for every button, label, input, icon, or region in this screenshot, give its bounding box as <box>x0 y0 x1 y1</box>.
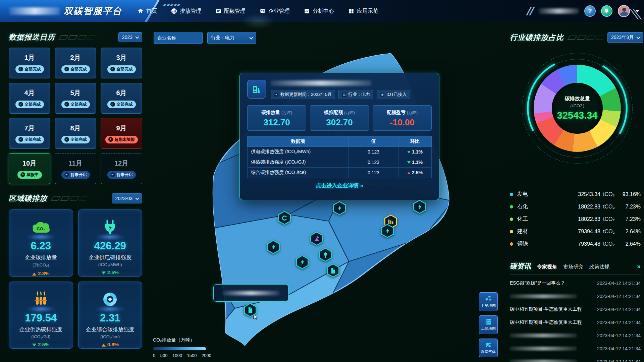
satellite-map-button[interactable]: 卫星地图 <box>479 292 498 311</box>
legend-row[interactable]: 建材 79394.48 tCO₂ 2.64% <box>510 225 641 238</box>
news-list: ESG跟“双碳”是一回事么？2023-04-12 14:21:34 2023-0… <box>510 277 641 362</box>
legend-row[interactable]: 石化 18022.83 tCO₂ 7.23% <box>510 200 641 213</box>
triangle-down-icon <box>102 272 106 275</box>
month-cell-aug[interactable]: 8月✓全部完成 <box>55 118 96 149</box>
map-marker-radiation[interactable] <box>310 232 323 246</box>
month-cell-may[interactable]: 5月✓全部完成 <box>55 83 96 114</box>
corner-slash-decoration <box>634 9 638 19</box>
legend-gradient-bar <box>153 347 206 350</box>
server-rack-icon <box>485 318 492 325</box>
map-marker-doc[interactable] <box>244 303 257 317</box>
donut-center: 碳排放总量 （tCO2） 32543.34 <box>552 83 603 134</box>
month-cell-sep[interactable]: 9月✗超期未填报 <box>101 118 142 149</box>
map-marker-lightning[interactable] <box>267 240 280 254</box>
news-item[interactable]: 碳中和五期项目-生态修复重大工程...2023-04-12 14:21:34 <box>510 303 641 316</box>
news-item-redacted[interactable]: 2023-04-12 14:21:34 <box>510 355 641 362</box>
delta-down: 2.5% <box>9 342 73 347</box>
map-layer-buttons: 卫星地图 工况地图 温室气体 <box>479 292 498 357</box>
news-item[interactable]: ESG跟“双碳”是一回事么？2023-04-12 14:21:34 <box>510 277 641 290</box>
greenhouse-gas-button[interactable]: 温室气体 <box>479 339 498 357</box>
chevron-down-icon <box>135 35 139 39</box>
notifications-button[interactable] <box>601 5 612 17</box>
nav-item-enterprise[interactable]: 企业管理 <box>260 8 290 15</box>
donut-ring[interactable]: 碳排放总量 （tCO2） 32543.34 <box>534 65 621 152</box>
month-cell-oct[interactable]: 10月✎填报中 <box>9 153 50 184</box>
nav-item-quota[interactable]: 配额管理 <box>215 8 246 15</box>
iot-icon: ◉ <box>380 93 384 97</box>
month-cell-feb[interactable]: 2月✓全部完成 <box>55 48 96 78</box>
nav-item-analysis[interactable]: 分析中心 <box>304 8 334 15</box>
status-map-button[interactable]: 工况地图 <box>479 315 498 334</box>
title-slash-decoration <box>60 35 95 40</box>
map-marker-lightning[interactable] <box>381 224 394 238</box>
industry-panel-title: 行业碳排放占比 <box>510 33 564 43</box>
legend-dot <box>510 230 513 233</box>
news-item[interactable]: 碳中和五期项目-生态修复重大工程2023-04-12 14:21:34 <box>510 316 641 329</box>
news-tab-market[interactable]: 市场研究 <box>563 264 583 270</box>
clock-icon: ● <box>274 93 278 97</box>
month-cell-mar[interactable]: 3月✓全部完成 <box>101 48 142 78</box>
news-item-redacted[interactable]: 2023-04-12 14:21:34 <box>510 290 641 303</box>
emission-chart-icon <box>171 8 177 14</box>
title-slash-decoration <box>569 36 604 40</box>
logo-block: 双碳智服平台 <box>0 0 158 22</box>
title-slash-decoration <box>52 196 88 201</box>
industry-legend: 发电 32543.34 tCO₂ 93.16% 石化 18022.83 tCO₂… <box>510 188 641 250</box>
legend-ticks: 0500100015002000 <box>153 353 211 358</box>
news-more-link[interactable]: » <box>637 262 641 270</box>
carbon-news-panel: 碳资讯 专家视角 市场研究 政策法规 » ESG跟“双碳”是一回事么？2023-… <box>510 261 641 362</box>
update-time-badge: ●数据更新时间：2023年5月 <box>271 90 335 99</box>
news-tab-policy[interactable]: 政策法规 <box>589 264 609 270</box>
table-row: 供热碳排放强度 (tCO₂/GJ) 0.123 1.1% <box>248 157 432 168</box>
table-row: 供电碳排放强度 (tCO₂/MWh) 0.123 1.1% <box>248 147 432 157</box>
legend-dot <box>510 218 513 221</box>
legend-row[interactable]: 钢铁 79394.48 tCO₂ 2.64% <box>510 238 641 250</box>
check-icon: ✓ <box>110 102 115 107</box>
legend-row[interactable]: 化工 18022.83 tCO₂ 7.23% <box>510 213 641 225</box>
iot-badge: ◉IOT已接入 <box>377 90 410 99</box>
user-avatar[interactable] <box>618 5 630 17</box>
nav-item-emission[interactable]: 排放管理 <box>171 8 201 15</box>
bell-icon <box>604 8 610 14</box>
co2-map-legend: CO₂排放量（万吨） 0500100015002000 <box>153 337 220 358</box>
month-cell-apr[interactable]: 4月✓全部完成 <box>9 83 50 114</box>
nav-item-home[interactable]: 首页 <box>138 8 157 15</box>
minus-icon: − <box>110 172 115 177</box>
cross-icon: ✗ <box>108 137 113 142</box>
enterprise-detail-link[interactable]: 点击进入企业详情 » <box>247 182 432 189</box>
nav-right-cluster: ? <box>528 0 639 22</box>
composite-target-icon <box>78 287 142 307</box>
map-marker-leaf[interactable] <box>319 248 332 262</box>
chevron-down-icon <box>636 35 640 39</box>
calendar-year-select[interactable]: 2023 <box>118 32 142 42</box>
help-button[interactable]: ? <box>584 5 596 17</box>
month-cell-nov[interactable]: 11月−暂未开启 <box>55 153 96 184</box>
industry-period-select[interactable]: 2023年3月 <box>607 32 643 43</box>
news-item-redacted[interactable]: 2023-04-12 14:21:34 <box>510 342 641 355</box>
month-cell-jul[interactable]: 7月✓全部完成 <box>9 118 50 149</box>
check-icon: ✓ <box>64 137 69 142</box>
news-tab-expert[interactable]: 专家视角 <box>537 264 557 270</box>
logo-mark-redacted <box>9 7 60 15</box>
month-cell-jun[interactable]: 6月✓全部完成 <box>101 83 142 114</box>
tooltip-company-name-redacted <box>222 291 279 295</box>
month-cell-jan[interactable]: 1月✓全部完成 <box>9 48 50 78</box>
map-marker-lightning[interactable] <box>296 255 309 269</box>
region-period-select[interactable]: 2023-03 <box>112 193 142 203</box>
legend-dot <box>510 205 513 208</box>
map-company-tooltip <box>213 284 288 302</box>
news-item-redacted[interactable]: 2023-04-12 14:21:34 <box>510 329 641 342</box>
map-marker-doc[interactable] <box>327 263 339 278</box>
nav-item-apps[interactable]: 应用示范 <box>348 8 378 15</box>
triangle-down-icon <box>407 151 411 154</box>
legend-dot <box>510 193 513 196</box>
app-root: 双碳智服平台 ▰▰▰▰▰ 首页 排放管理 配额管理 企业管理 分析 <box>0 0 644 362</box>
map-marker-lightning[interactable] <box>333 201 346 215</box>
industry-donut-chart: 碳排放总量 （tCO2） 32543.34 <box>510 43 641 192</box>
popup-data-table: 数据项 值 环比 供电碳排放强度 (tCO₂/MWh) 0.123 1.1% 供… <box>247 136 432 178</box>
month-cell-dec[interactable]: 12月−暂未开启 <box>101 153 142 184</box>
map-marker-gear[interactable] <box>278 211 291 225</box>
stat-balance: 配额盈亏 (万吨) -10.00 <box>373 105 432 131</box>
map-marker-lightning[interactable] <box>413 200 426 214</box>
stat-card-emission: CO₂ 6.23 企业碳排放量 (万tCO₂) 2.8% <box>9 209 73 277</box>
